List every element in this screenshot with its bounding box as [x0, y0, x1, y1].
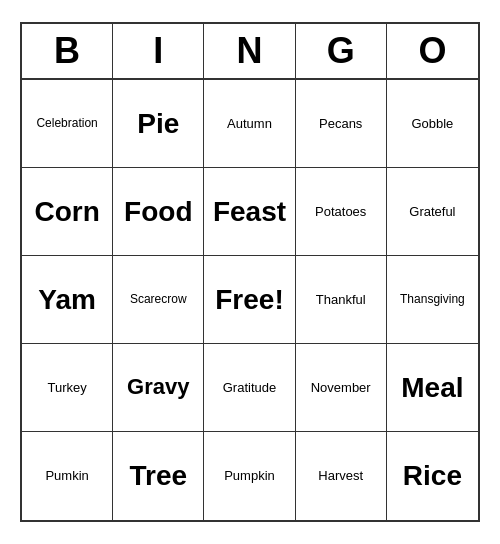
bingo-cell: Corn — [22, 168, 113, 256]
cell-label: Turkey — [47, 380, 86, 396]
cell-label: Gravy — [127, 374, 189, 400]
bingo-cell: Thansgiving — [387, 256, 478, 344]
cell-label: Pumkin — [45, 468, 88, 484]
bingo-cell: Turkey — [22, 344, 113, 432]
cell-label: Gobble — [411, 116, 453, 132]
bingo-cell: Meal — [387, 344, 478, 432]
cell-label: Potatoes — [315, 204, 366, 220]
bingo-cell: Feast — [204, 168, 295, 256]
cell-label: Autumn — [227, 116, 272, 132]
cell-label: Yam — [38, 283, 96, 317]
cell-label: Meal — [401, 371, 463, 405]
cell-label: Thansgiving — [400, 292, 465, 306]
bingo-cell: Free! — [204, 256, 295, 344]
bingo-grid: CelebrationPieAutumnPecansGobbleCornFood… — [22, 80, 478, 520]
cell-label: Celebration — [36, 116, 97, 130]
bingo-cell: Gobble — [387, 80, 478, 168]
bingo-cell: Pumkin — [22, 432, 113, 520]
cell-label: Pecans — [319, 116, 362, 132]
header-letter: N — [204, 24, 295, 78]
cell-label: Thankful — [316, 292, 366, 308]
bingo-cell: Pie — [113, 80, 204, 168]
bingo-cell: Tree — [113, 432, 204, 520]
bingo-cell: Pecans — [296, 80, 387, 168]
bingo-cell: Gratitude — [204, 344, 295, 432]
bingo-cell: Pumpkin — [204, 432, 295, 520]
cell-label: Rice — [403, 459, 462, 493]
bingo-cell: Food — [113, 168, 204, 256]
bingo-cell: Yam — [22, 256, 113, 344]
bingo-header: BINGO — [22, 24, 478, 80]
header-letter: O — [387, 24, 478, 78]
cell-label: Scarecrow — [130, 292, 187, 306]
bingo-cell: Gravy — [113, 344, 204, 432]
bingo-cell: Harvest — [296, 432, 387, 520]
bingo-cell: Potatoes — [296, 168, 387, 256]
bingo-cell: Grateful — [387, 168, 478, 256]
cell-label: Grateful — [409, 204, 455, 220]
header-letter: B — [22, 24, 113, 78]
cell-label: November — [311, 380, 371, 396]
bingo-cell: Rice — [387, 432, 478, 520]
cell-label: Gratitude — [223, 380, 276, 396]
cell-label: Harvest — [318, 468, 363, 484]
bingo-cell: November — [296, 344, 387, 432]
bingo-cell: Thankful — [296, 256, 387, 344]
cell-label: Tree — [129, 459, 187, 493]
cell-label: Feast — [213, 195, 286, 229]
cell-label: Corn — [34, 195, 99, 229]
cell-label: Food — [124, 195, 192, 229]
header-letter: I — [113, 24, 204, 78]
header-letter: G — [296, 24, 387, 78]
cell-label: Pumpkin — [224, 468, 275, 484]
bingo-cell: Celebration — [22, 80, 113, 168]
cell-label: Free! — [215, 283, 283, 317]
cell-label: Pie — [137, 107, 179, 141]
bingo-cell: Scarecrow — [113, 256, 204, 344]
bingo-cell: Autumn — [204, 80, 295, 168]
bingo-card: BINGO CelebrationPieAutumnPecansGobbleCo… — [20, 22, 480, 522]
